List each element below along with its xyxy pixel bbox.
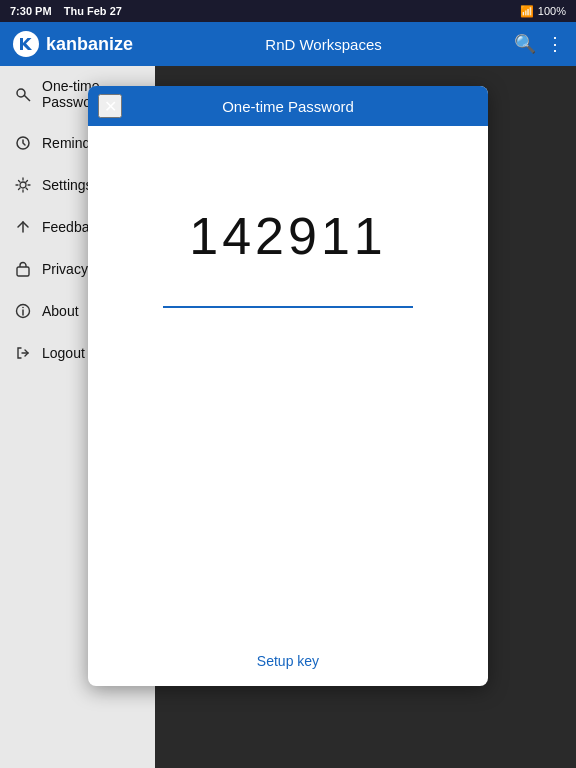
modal-footer: Setup key bbox=[88, 636, 488, 686]
otp-code-display: 142911 bbox=[189, 206, 387, 266]
modal-body: 142911 bbox=[88, 126, 488, 636]
more-icon[interactable]: ⋮ bbox=[546, 33, 564, 55]
modal-title: One-time Password bbox=[222, 98, 354, 115]
logo-area: kanbanize bbox=[12, 30, 133, 58]
header-title: RnD Workspaces bbox=[265, 36, 381, 53]
kanbanize-logo-icon bbox=[12, 30, 40, 58]
setup-key-button[interactable]: Setup key bbox=[257, 653, 319, 669]
main-content: ✕ One-time Password 142911 Setup key bbox=[155, 66, 576, 768]
search-icon[interactable]: 🔍 bbox=[514, 33, 536, 55]
status-bar-indicators: 📶 100% bbox=[520, 5, 566, 18]
wifi-icon: 📶 bbox=[520, 5, 534, 18]
modal-close-button[interactable]: ✕ bbox=[98, 94, 122, 118]
modal-backdrop: ✕ One-time Password 142911 Setup key bbox=[0, 66, 576, 768]
header-actions: 🔍 ⋮ bbox=[514, 33, 564, 55]
app-container: kanbanize RnD Workspaces 🔍 ⋮ One-time Pa… bbox=[0, 22, 576, 768]
modal-header: ✕ One-time Password bbox=[88, 86, 488, 126]
status-time: 7:30 PM bbox=[10, 5, 52, 17]
battery-level: 100% bbox=[538, 5, 566, 17]
one-time-password-modal: ✕ One-time Password 142911 Setup key bbox=[88, 86, 488, 686]
status-bar: 7:30 PM Thu Feb 27 📶 100% bbox=[0, 0, 576, 22]
status-bar-time-date: 7:30 PM Thu Feb 27 bbox=[10, 5, 122, 17]
otp-underline bbox=[163, 306, 413, 308]
logo-text: kanbanize bbox=[46, 34, 133, 55]
content-area: One-time Password Reminders bbox=[0, 66, 576, 768]
status-date: Thu Feb 27 bbox=[64, 5, 122, 17]
app-header: kanbanize RnD Workspaces 🔍 ⋮ bbox=[0, 22, 576, 66]
